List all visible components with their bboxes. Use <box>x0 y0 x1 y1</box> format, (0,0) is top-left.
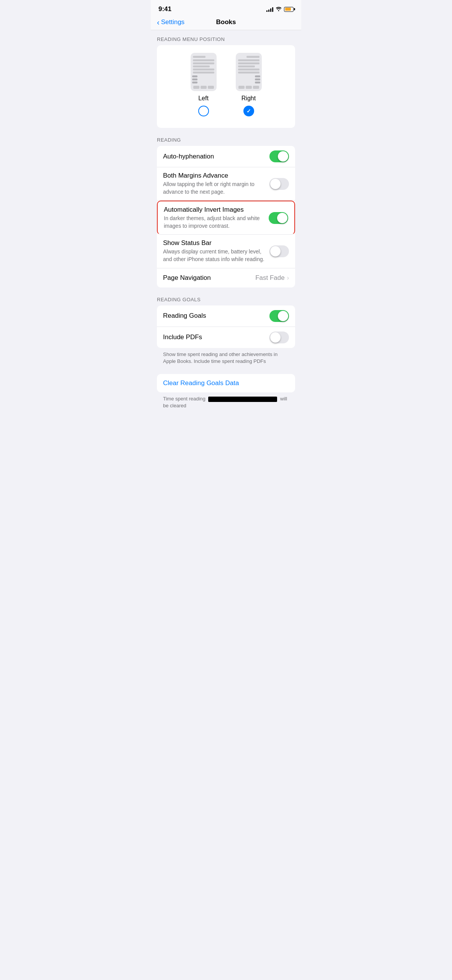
clear-data-section: Clear Reading Goals Data Time spent read… <box>151 374 301 409</box>
chevron-right-icon: › <box>287 274 289 281</box>
both-margins-subtitle: Allow tapping the left or right margin t… <box>163 181 265 196</box>
radio-left[interactable] <box>198 106 209 116</box>
clear-reading-goals-button[interactable]: Clear Reading Goals Data <box>163 379 239 387</box>
auto-hyphenation-row: Auto-hyphenation <box>157 146 295 167</box>
phone-line <box>193 72 214 74</box>
reading-header: READING <box>151 137 301 146</box>
phone-bottom <box>193 86 214 89</box>
phone-line <box>193 62 214 64</box>
reading-section-body: Auto-hyphenation Both Margins Advance Al… <box>157 146 295 287</box>
include-pdfs-toggle[interactable] <box>269 332 289 343</box>
phone-line <box>238 69 259 70</box>
reading-goals-row: Reading Goals <box>157 305 295 327</box>
invert-images-row: Automatically Invert Images In darker th… <box>157 201 295 235</box>
right-menu-accent <box>255 75 260 83</box>
menu-option-left-label: Left <box>198 95 209 102</box>
toggle-thumb <box>278 311 288 321</box>
show-status-bar-subtitle: Always display current time, battery lev… <box>163 248 265 263</box>
invert-images-subtitle: In darker themes, adjust black and white… <box>164 215 264 230</box>
back-chevron-icon: ‹ <box>157 18 160 26</box>
invert-images-wrapper: Automatically Invert Images In darker th… <box>157 201 295 235</box>
battery-icon <box>284 7 294 12</box>
show-status-bar-row: Show Status Bar Always display current t… <box>157 235 295 268</box>
wifi-icon <box>276 6 282 12</box>
auto-hyphenation-toggle[interactable] <box>269 150 289 162</box>
nav-bar: ‹ Settings Books <box>151 16 301 30</box>
show-status-bar-toggle[interactable] <box>269 245 289 257</box>
menu-position-card: Left <box>157 45 295 128</box>
both-margins-content: Both Margins Advance Allow tapping the l… <box>163 172 269 196</box>
reading-goals-header: READING GOALS <box>151 297 301 305</box>
toggle-thumb <box>278 151 288 162</box>
reading-goals-body: Reading Goals Include PDFs <box>157 305 295 348</box>
phone-mockup-left <box>191 53 217 91</box>
signal-icon <box>266 7 273 12</box>
status-icons <box>266 6 294 12</box>
phone-bottom <box>238 86 259 89</box>
reading-goals-section: READING GOALS Reading Goals Include PDFs <box>151 297 301 365</box>
status-time: 9:41 <box>158 5 171 13</box>
reading-goals-toggle[interactable] <box>269 310 289 322</box>
page-navigation-row[interactable]: Page Navigation Fast Fade › <box>157 268 295 287</box>
both-margins-title: Both Margins Advance <box>163 172 265 180</box>
reading-goals-footer: Show time spent reading and other achiev… <box>151 348 301 365</box>
reading-section: READING Auto-hyphenation Both Margins Ad… <box>151 137 301 287</box>
back-button[interactable]: ‹ Settings <box>157 18 184 26</box>
toggle-thumb <box>277 213 287 223</box>
phone-line <box>193 65 210 67</box>
clear-data-row: Clear Reading Goals Data <box>157 374 295 392</box>
phone-line <box>193 69 214 70</box>
reading-goals-title: Reading Goals <box>163 312 265 320</box>
toggle-thumb <box>270 179 281 189</box>
toggle-thumb <box>270 332 281 343</box>
reading-menu-position-header: READING MENU POSITION <box>151 36 301 45</box>
both-margins-row: Both Margins Advance Allow tapping the l… <box>157 167 295 201</box>
phone-mockup-right <box>236 53 262 91</box>
redacted-text <box>208 397 277 402</box>
menu-option-right[interactable]: Right <box>236 53 262 116</box>
page-navigation-value: Fast Fade › <box>255 274 289 282</box>
menu-option-right-label: Right <box>242 95 256 102</box>
menu-option-left[interactable]: Left <box>191 53 217 116</box>
show-status-bar-content: Show Status Bar Always display current t… <box>163 239 269 263</box>
phone-line <box>238 72 259 74</box>
reading-goals-content: Reading Goals <box>163 312 269 320</box>
include-pdfs-row: Include PDFs <box>157 327 295 348</box>
include-pdfs-title: Include PDFs <box>163 333 265 341</box>
include-pdfs-content: Include PDFs <box>163 333 269 341</box>
bottom-footer-text: Time spent reading <box>163 396 207 402</box>
phone-line <box>238 59 259 61</box>
page-navigation-current: Fast Fade <box>255 274 285 282</box>
menu-position-options: Left <box>191 53 262 116</box>
invert-images-title: Automatically Invert Images <box>164 206 264 214</box>
invert-images-content: Automatically Invert Images In darker th… <box>164 206 269 230</box>
radio-right[interactable] <box>243 106 254 116</box>
phone-line <box>238 65 255 67</box>
page-navigation-content: Page Navigation <box>163 274 255 282</box>
back-label: Settings <box>161 18 184 26</box>
phone-line <box>238 62 259 64</box>
left-menu-accent <box>192 75 197 83</box>
bottom-footer: Time spent reading will be cleared <box>151 392 301 409</box>
both-margins-toggle[interactable] <box>269 178 289 190</box>
invert-images-toggle[interactable] <box>269 212 288 224</box>
page-title: Books <box>216 18 236 26</box>
phone-line <box>193 59 214 61</box>
auto-hyphenation-content: Auto-hyphenation <box>163 153 269 160</box>
phone-line <box>246 56 259 58</box>
page-navigation-title: Page Navigation <box>163 274 251 282</box>
show-status-bar-title: Show Status Bar <box>163 239 265 247</box>
content: READING MENU POSITION <box>151 30 301 425</box>
reading-menu-position-section: READING MENU POSITION <box>151 36 301 128</box>
status-bar: 9:41 <box>151 0 301 16</box>
phone-line <box>193 56 206 58</box>
auto-hyphenation-title: Auto-hyphenation <box>163 153 265 160</box>
toggle-thumb <box>270 246 281 256</box>
